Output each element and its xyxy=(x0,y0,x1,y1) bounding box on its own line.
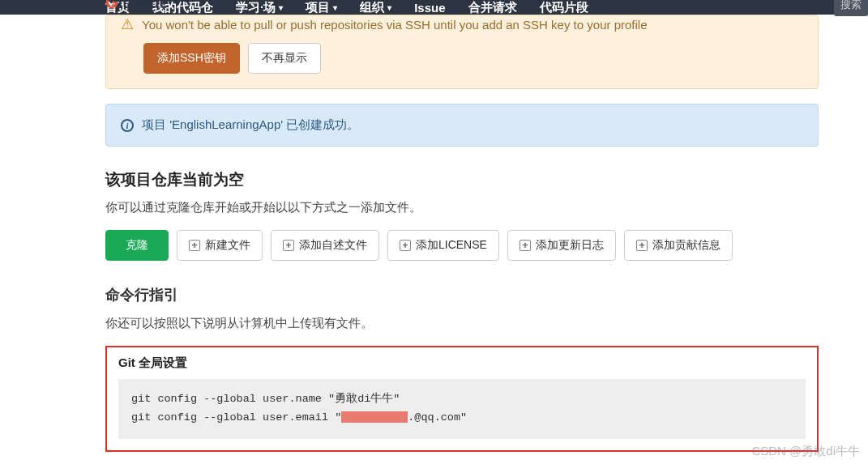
clone-button[interactable]: 克隆 xyxy=(105,230,169,261)
plus-icon: + xyxy=(520,240,531,251)
new-file-button[interactable]: +新建文件 xyxy=(177,230,263,261)
add-ssh-key-button[interactable]: 添加SSH密钥 xyxy=(143,43,240,74)
success-alert: i 项目 'EnglishLearningApp' 已创建成功。 xyxy=(105,104,819,147)
nav-issue[interactable]: Issue xyxy=(414,1,445,15)
nav-learn[interactable]: 学习·场 ▾ xyxy=(236,0,283,15)
add-contrib-button[interactable]: +添加贡献信息 xyxy=(624,230,733,261)
warning-icon: ⚠ xyxy=(121,15,134,33)
empty-repo-title: 该项目仓库当前为空 xyxy=(105,169,819,190)
nav-merge[interactable]: 合并请求 xyxy=(468,0,517,15)
cmdline-subtitle: 你还可以按照以下说明从计算机中上传现有文件。 xyxy=(105,316,819,331)
chevron-down-icon: ▾ xyxy=(387,3,391,12)
chevron-down-icon: ▾ xyxy=(279,3,283,12)
plus-icon: + xyxy=(636,240,648,251)
add-license-button[interactable]: +添加LICENSE xyxy=(387,230,499,261)
add-changelog-button[interactable]: +添加更新日志 xyxy=(507,230,616,261)
nav-snippets[interactable]: 代码片段 xyxy=(540,0,588,15)
add-readme-button[interactable]: +添加自述文件 xyxy=(271,230,379,261)
git-global-label: Git 全局设置 xyxy=(118,355,806,371)
action-row: 克隆 +新建文件 +添加自述文件 +添加LICENSE +添加更新日志 +添加贡… xyxy=(105,230,819,261)
nav-org[interactable]: 组织 ▾ xyxy=(360,0,391,15)
info-icon: i xyxy=(121,119,134,132)
highlight-box: Git 全局设置 git config --global user.name "… xyxy=(105,346,819,452)
nav-project[interactable]: 项目 ▾ xyxy=(306,0,337,15)
ssh-alert-text: You won't be able to pull or push reposi… xyxy=(142,18,648,32)
plus-icon: + xyxy=(283,240,294,251)
dismiss-button[interactable]: 不再显示 xyxy=(248,43,321,74)
redacted-email xyxy=(341,411,408,423)
plus-icon: + xyxy=(400,240,411,251)
chevron-down-icon: ▾ xyxy=(333,3,337,12)
logo[interactable]: GitCode xyxy=(105,0,169,12)
search-input[interactable]: 搜索 xyxy=(834,0,868,16)
success-text: 项目 'EnglishLearningApp' 已创建成功。 xyxy=(142,117,359,133)
cmdline-title: 命令行指引 xyxy=(105,285,819,304)
code-block[interactable]: git config --global user.name "勇敢di牛牛" g… xyxy=(118,379,806,439)
empty-repo-subtitle: 你可以通过克隆仓库开始或开始以以下方式之一添加文件。 xyxy=(105,200,819,215)
plus-icon: + xyxy=(189,240,200,251)
ssh-alert: ⚠ You won't be able to pull or push repo… xyxy=(105,15,819,89)
